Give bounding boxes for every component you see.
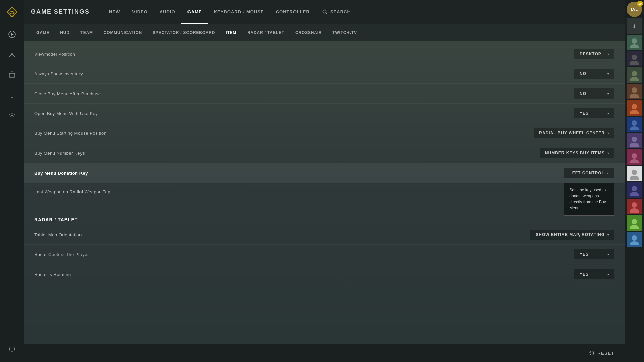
setting-value-tablet-map[interactable]: SHOW ENTIRE MAP, ROTATING ▾ bbox=[530, 230, 614, 240]
setting-value-close-buy-menu[interactable]: NO ▾ bbox=[574, 88, 614, 99]
sidebar-broadcast-icon[interactable] bbox=[0, 44, 24, 64]
subnav-tab-game[interactable]: Game bbox=[31, 24, 55, 41]
setting-label-close-buy-menu: Close Buy Menu After Purchase bbox=[34, 91, 101, 96]
setting-row-open-buy-menu: Open Buy Menu With Use Key YES ▾ bbox=[24, 104, 625, 123]
sidebar-bottom bbox=[0, 339, 24, 359]
subnav-tab-crosshair[interactable]: Crosshair bbox=[290, 24, 327, 41]
top-bar: GAME SETTINGS New Video Audio Game Keybo… bbox=[24, 0, 625, 24]
setting-value-open-buy-menu[interactable]: YES ▾ bbox=[574, 108, 614, 118]
avatar-12[interactable] bbox=[627, 215, 642, 231]
setting-value-text-inventory: NO bbox=[580, 71, 586, 76]
setting-value-viewmodel[interactable]: DESKTOP ▾ bbox=[574, 49, 614, 59]
sidebar-inventory-icon[interactable] bbox=[0, 64, 24, 84]
level-badge[interactable]: LVL 10 bbox=[627, 2, 642, 17]
reset-icon bbox=[589, 350, 595, 356]
setting-row-buy-menu-keys: Buy Menu Number Keys NUMBER KEYS BUY ITE… bbox=[24, 143, 625, 163]
nav-tab-video[interactable]: Video bbox=[126, 0, 153, 24]
setting-value-text-radar-centers: YES bbox=[580, 252, 589, 257]
avatar-5[interactable] bbox=[627, 100, 642, 116]
search-area[interactable]: Search bbox=[322, 9, 351, 15]
avatar-10[interactable] bbox=[627, 182, 642, 198]
setting-label-radar-centers: Radar Centers The Player bbox=[34, 252, 89, 257]
settings-list: Viewmodel Position DESKTOP ▾ Always Show… bbox=[24, 41, 625, 288]
avatar-2[interactable] bbox=[627, 51, 642, 66]
chevron-down-icon: ▾ bbox=[607, 171, 609, 175]
reset-label: RESET bbox=[597, 351, 614, 356]
svg-text:CS: CS bbox=[9, 10, 14, 14]
setting-value-donation-key[interactable]: LEFT CONTROL ▾ bbox=[564, 168, 614, 178]
nav-tab-audio[interactable]: Audio bbox=[154, 0, 181, 24]
avatar-3[interactable] bbox=[627, 67, 642, 83]
reset-button[interactable]: RESET bbox=[589, 350, 614, 356]
setting-label-last-weapon: Last Weapon on Radial Weapon Tap bbox=[34, 189, 110, 194]
nav-tabs: New Video Audio Game Keyboard / Mouse Co… bbox=[103, 0, 316, 24]
setting-row-inventory: Always Show Inventory NO ▾ bbox=[24, 64, 625, 84]
sidebar-settings-icon[interactable] bbox=[0, 105, 24, 125]
sub-nav: Game Hud Team Communication Spectator / … bbox=[24, 24, 625, 41]
chevron-down-icon: ▾ bbox=[607, 233, 609, 237]
setting-value-text-open-buy-menu: YES bbox=[580, 111, 589, 116]
subnav-tab-item[interactable]: Item bbox=[220, 24, 242, 41]
avatar-7[interactable] bbox=[627, 133, 642, 148]
avatar-11[interactable] bbox=[627, 199, 642, 214]
setting-row-radar-centers: Radar Centers The Player YES ▾ bbox=[24, 245, 625, 264]
setting-row-radar-rotating: Radar Is Rotating YES ▾ bbox=[24, 264, 625, 284]
setting-value-radar-centers[interactable]: YES ▾ bbox=[574, 249, 614, 259]
setting-label-inventory: Always Show Inventory bbox=[34, 71, 83, 76]
nav-tab-controller[interactable]: Controller bbox=[270, 0, 316, 24]
setting-label-buy-menu-keys: Buy Menu Number Keys bbox=[34, 150, 85, 156]
avatar-6[interactable] bbox=[627, 117, 642, 132]
subnav-tab-radar[interactable]: Radar / Tablet bbox=[242, 24, 290, 41]
avatar-4[interactable] bbox=[627, 84, 642, 99]
avatar-9[interactable] bbox=[627, 166, 642, 181]
setting-label-viewmodel: Viewmodel Position bbox=[34, 52, 75, 57]
setting-value-buy-menu-position[interactable]: RADIAL BUY WHEEL CENTER ▾ bbox=[534, 128, 614, 138]
right-sidebar: LVL 10 ℹ bbox=[625, 0, 644, 362]
svg-rect-6 bbox=[9, 73, 15, 77]
subnav-tab-spectator[interactable]: Spectator / Scoreboard bbox=[147, 24, 220, 41]
setting-label-buy-menu-position: Buy Menu Starting Mouse Position bbox=[34, 131, 106, 136]
svg-rect-7 bbox=[9, 93, 15, 97]
sidebar-play-button[interactable] bbox=[0, 24, 24, 44]
subnav-tab-communication[interactable]: Communication bbox=[98, 24, 147, 41]
svg-marker-4 bbox=[11, 33, 14, 36]
setting-row-last-weapon: Last Weapon on Radial Weapon Tap bbox=[24, 183, 625, 210]
setting-label-tablet-map: Tablet Map Orientation bbox=[34, 232, 82, 237]
setting-value-inventory[interactable]: NO ▾ bbox=[574, 69, 614, 79]
setting-label-radar-rotating: Radar Is Rotating bbox=[34, 272, 71, 277]
setting-value-buy-menu-keys[interactable]: NUMBER KEYS BUY ITEMS ▾ bbox=[540, 148, 614, 158]
chevron-down-icon: ▾ bbox=[607, 253, 609, 256]
subnav-tab-hud[interactable]: Hud bbox=[55, 24, 75, 41]
svg-point-28 bbox=[632, 153, 637, 159]
subnav-tab-twitch[interactable]: Twitch.tv bbox=[327, 24, 362, 41]
nav-tab-keyboard-mouse[interactable]: Keyboard / Mouse bbox=[208, 0, 270, 24]
svg-point-36 bbox=[632, 219, 637, 224]
sidebar-power-icon[interactable] bbox=[0, 339, 24, 359]
info-icon[interactable]: ℹ bbox=[627, 18, 642, 34]
svg-point-14 bbox=[632, 38, 637, 44]
setting-value-text-viewmodel: DESKTOP bbox=[580, 52, 601, 56]
avatar-13[interactable] bbox=[627, 232, 642, 247]
csgo-logo-icon: CS GO bbox=[5, 5, 19, 19]
page-title: GAME SETTINGS bbox=[31, 8, 90, 15]
setting-value-text-tablet-map: SHOW ENTIRE MAP, ROTATING bbox=[536, 232, 605, 237]
nav-tab-game[interactable]: Game bbox=[181, 0, 208, 24]
logo-area: CS GO bbox=[0, 0, 24, 24]
setting-value-radar-rotating[interactable]: YES ▾ bbox=[574, 269, 614, 279]
bottom-bar: RESET bbox=[24, 344, 625, 362]
setting-value-text-buy-menu-position: RADIAL BUY WHEEL CENTER bbox=[539, 131, 605, 135]
setting-row-donation-key: Buy Menu Donation Key LEFT CONTROL ▾ Set… bbox=[24, 163, 625, 183]
chevron-down-icon: ▾ bbox=[607, 112, 609, 115]
chevron-down-icon: ▾ bbox=[607, 52, 609, 56]
subnav-tab-team[interactable]: Team bbox=[75, 24, 98, 41]
setting-row-viewmodel: Viewmodel Position DESKTOP ▾ bbox=[24, 44, 625, 64]
avatar-8[interactable] bbox=[627, 149, 642, 165]
svg-point-22 bbox=[632, 104, 637, 109]
avatar-1[interactable] bbox=[627, 35, 642, 50]
sidebar-tv-icon[interactable] bbox=[0, 84, 24, 105]
svg-line-12 bbox=[326, 13, 327, 14]
setting-label-donation-key: Buy Menu Donation Key bbox=[34, 171, 88, 176]
chevron-down-icon: ▾ bbox=[607, 72, 609, 76]
setting-row-buy-menu-position: Buy Menu Starting Mouse Position RADIAL … bbox=[24, 123, 625, 143]
nav-tab-new[interactable]: New bbox=[103, 0, 126, 24]
